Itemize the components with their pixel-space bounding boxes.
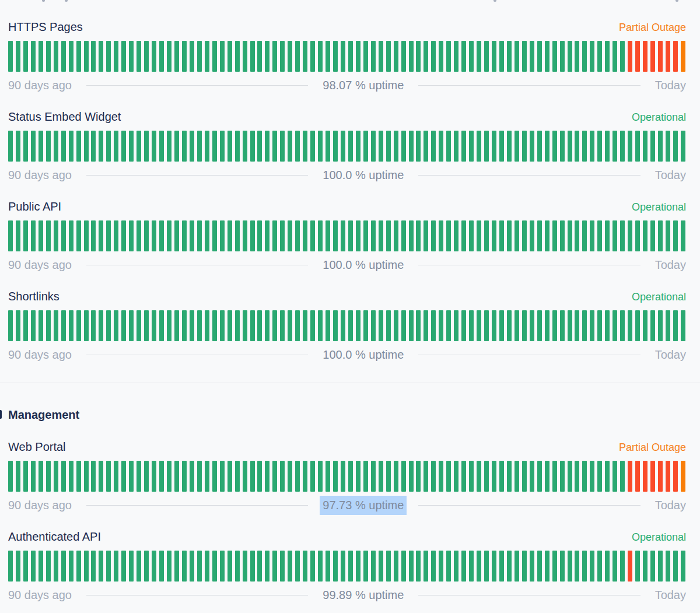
uptime-bar-green[interactable] (318, 461, 323, 492)
uptime-bar-green[interactable] (363, 41, 368, 72)
uptime-bar-green[interactable] (560, 310, 565, 341)
uptime-bar-green[interactable] (446, 41, 451, 72)
uptime-bar-green[interactable] (545, 220, 550, 251)
uptime-bar-green[interactable] (159, 310, 164, 341)
uptime-bar-green[interactable] (333, 131, 338, 162)
uptime-bar-green[interactable] (620, 220, 625, 251)
uptime-bar-green[interactable] (257, 131, 262, 162)
uptime-bar-green[interactable] (552, 310, 557, 341)
uptime-bar-green[interactable] (371, 41, 376, 72)
uptime-bar-green[interactable] (121, 551, 126, 582)
uptime-bar-green[interactable] (394, 220, 398, 251)
uptime-bar-green[interactable] (84, 551, 89, 582)
uptime-bar-green[interactable] (54, 461, 58, 492)
uptime-bar-green[interactable] (514, 310, 519, 341)
uptime-bar-green[interactable] (484, 41, 489, 72)
uptime-bar-green[interactable] (409, 220, 414, 251)
uptime-bar-green[interactable] (167, 220, 172, 251)
uptime-bar-green[interactable] (560, 41, 565, 72)
uptime-bar-green[interactable] (182, 131, 187, 162)
uptime-bar-green[interactable] (605, 41, 610, 72)
uptime-bar-green[interactable] (416, 551, 421, 582)
uptime-bar-green[interactable] (575, 551, 579, 582)
uptime-bar-green[interactable] (182, 41, 187, 72)
uptime-bar-green[interactable] (69, 220, 74, 251)
uptime-bar-green[interactable] (461, 551, 466, 582)
uptime-bar-green[interactable] (363, 220, 368, 251)
uptime-bar-green[interactable] (477, 551, 481, 582)
uptime-bar-green[interactable] (182, 461, 187, 492)
uptime-bar-green[interactable] (454, 131, 459, 162)
uptime-bar-green[interactable] (446, 220, 451, 251)
uptime-bar-green[interactable] (174, 461, 179, 492)
uptime-bar-green[interactable] (91, 310, 96, 341)
uptime-bar-green[interactable] (499, 310, 504, 341)
uptime-bar-green[interactable] (220, 41, 225, 72)
uptime-bar-green[interactable] (386, 310, 391, 341)
uptime-bar-green[interactable] (409, 310, 414, 341)
uptime-bar-green[interactable] (167, 551, 172, 582)
uptime-bar-green[interactable] (288, 131, 292, 162)
uptime-bar-green[interactable] (341, 220, 345, 251)
uptime-bar-green[interactable] (38, 461, 43, 492)
uptime-bar-green[interactable] (658, 220, 663, 251)
uptime-bar-green[interactable] (69, 131, 74, 162)
uptime-bar-green[interactable] (46, 461, 51, 492)
uptime-bar-green[interactable] (461, 131, 466, 162)
uptime-bar-green[interactable] (560, 220, 565, 251)
uptime-bar-green[interactable] (136, 41, 141, 72)
uptime-bar-green[interactable] (416, 310, 421, 341)
uptime-bar-green[interactable] (424, 220, 428, 251)
uptime-bar-green[interactable] (348, 41, 353, 72)
uptime-bar-red[interactable] (650, 461, 655, 492)
uptime-bar-green[interactable] (333, 41, 338, 72)
uptime-bar-green[interactable] (31, 220, 36, 251)
uptime-bar-green[interactable] (620, 461, 625, 492)
uptime-bar-green[interactable] (159, 41, 164, 72)
uptime-bar-green[interactable] (341, 131, 345, 162)
uptime-bar-green[interactable] (590, 41, 594, 72)
uptime-bar-red[interactable] (666, 41, 670, 72)
uptime-bar-green[interactable] (114, 461, 118, 492)
uptime-bar-green[interactable] (167, 310, 172, 341)
uptime-bar-green[interactable] (303, 41, 307, 72)
uptime-bar-green[interactable] (530, 131, 534, 162)
uptime-bar-green[interactable] (144, 41, 149, 72)
uptime-bar-green[interactable] (628, 131, 632, 162)
uptime-bar-green[interactable] (666, 551, 670, 582)
uptime-bar-green[interactable] (409, 461, 414, 492)
uptime-bar-green[interactable] (431, 551, 436, 582)
uptime-bar-green[interactable] (348, 131, 353, 162)
uptime-bar-green[interactable] (250, 131, 255, 162)
uptime-bar-green[interactable] (288, 551, 292, 582)
uptime-bar-green[interactable] (167, 131, 172, 162)
uptime-bar-red[interactable] (666, 461, 670, 492)
uptime-bar-green[interactable] (23, 41, 28, 72)
uptime-bar-green[interactable] (620, 41, 625, 72)
uptime-bar-green[interactable] (499, 220, 504, 251)
uptime-bar-green[interactable] (439, 131, 443, 162)
uptime-bar-green[interactable] (326, 461, 330, 492)
uptime-bar-green[interactable] (99, 461, 103, 492)
uptime-bar-green[interactable] (61, 551, 66, 582)
uptime-bar-green[interactable] (91, 220, 96, 251)
uptime-bar-green[interactable] (182, 310, 187, 341)
uptime-bar-green[interactable] (174, 220, 179, 251)
uptime-bar-green[interactable] (537, 131, 542, 162)
uptime-bar-green[interactable] (228, 551, 232, 582)
uptime-bar-green[interactable] (492, 310, 496, 341)
uptime-bar-green[interactable] (152, 41, 156, 72)
uptime-bar-green[interactable] (507, 131, 512, 162)
uptime-bar-green[interactable] (16, 131, 20, 162)
uptime-bar-green[interactable] (54, 220, 58, 251)
uptime-bar-green[interactable] (666, 220, 670, 251)
uptime-bar-green[interactable] (582, 551, 587, 582)
uptime-bar-green[interactable] (228, 220, 232, 251)
uptime-bar-green[interactable] (673, 551, 678, 582)
uptime-bar-green[interactable] (507, 461, 512, 492)
uptime-bar-green[interactable] (409, 551, 414, 582)
uptime-bar-green[interactable] (514, 551, 519, 582)
uptime-bar-green[interactable] (575, 461, 579, 492)
uptime-bar-green[interactable] (31, 41, 36, 72)
uptime-bar-green[interactable] (507, 551, 512, 582)
